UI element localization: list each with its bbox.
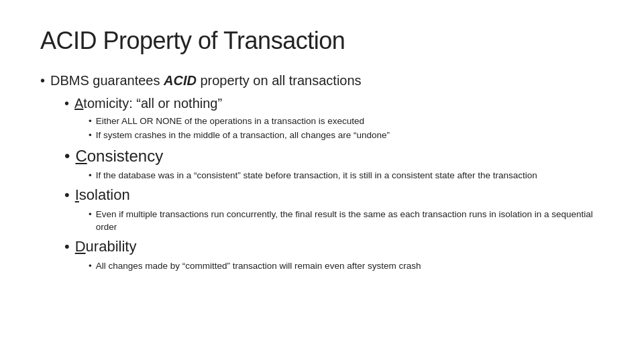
bullet-atomicity: • — [64, 96, 69, 111]
atomicity-sub2: • If system crashes in the middle of a t… — [89, 129, 604, 142]
level2-durability: • Durability • All changes made by “comm… — [64, 237, 604, 273]
atomicity-sub1: • Either ALL OR NONE of the operations i… — [89, 115, 604, 128]
bullet-l1: • — [40, 73, 45, 88]
acid-italic: ACID — [164, 73, 197, 88]
atomicity-label: Atomicity: “all or nothing” — [74, 94, 222, 113]
bullet-c1: • — [89, 170, 92, 180]
atomicity-underline: A — [74, 96, 83, 111]
bullet-isolation: • — [64, 186, 70, 204]
bullet-durability: • — [64, 238, 70, 255]
consistency-underline: C — [75, 147, 87, 165]
isolation-underline: I — [75, 186, 79, 203]
isolation-sub1: • Even if multiple transactions run conc… — [89, 208, 604, 234]
level1-item: • DBMS guarantees ACID property on all t… — [40, 71, 604, 273]
isolation-label: Isolation — [75, 185, 130, 206]
bullet-consistency: • — [64, 147, 70, 166]
slide: ACID Property of Transaction • DBMS guar… — [0, 0, 644, 362]
level1-text: DBMS guarantees ACID property on all tra… — [50, 71, 362, 90]
level2-consistency: • Consistency • If the database was in a… — [64, 145, 604, 182]
durability-underline: D — [75, 238, 86, 255]
atomicity-text2: If system crashes in the middle of a tra… — [96, 129, 390, 142]
slide-title: ACID Property of Transaction — [40, 27, 604, 55]
bullet-a1: • — [89, 116, 92, 126]
durability-sub1: • All changes made by “committed” transa… — [89, 260, 604, 273]
atomicity-text1: Either ALL OR NONE of the operations in … — [96, 115, 364, 128]
durability-label: Durability — [75, 237, 137, 257]
bullet-d1: • — [89, 261, 92, 271]
durability-text1: All changes made by “committed” transact… — [96, 260, 421, 273]
bullet-a2: • — [89, 130, 92, 140]
level2-atomicity: • Atomicity: “all or nothing” • Either A… — [64, 94, 604, 142]
consistency-sub1: • If the database was in a “consistent” … — [89, 170, 604, 182]
consistency-label: Consistency — [75, 145, 163, 168]
isolation-text1: Even if multiple transactions run concur… — [96, 208, 604, 234]
bullet-i1: • — [89, 209, 92, 219]
consistency-text1: If the database was in a “consistent” st… — [96, 170, 537, 182]
level2-isolation: • Isolation • Even if multiple transacti… — [64, 185, 604, 234]
